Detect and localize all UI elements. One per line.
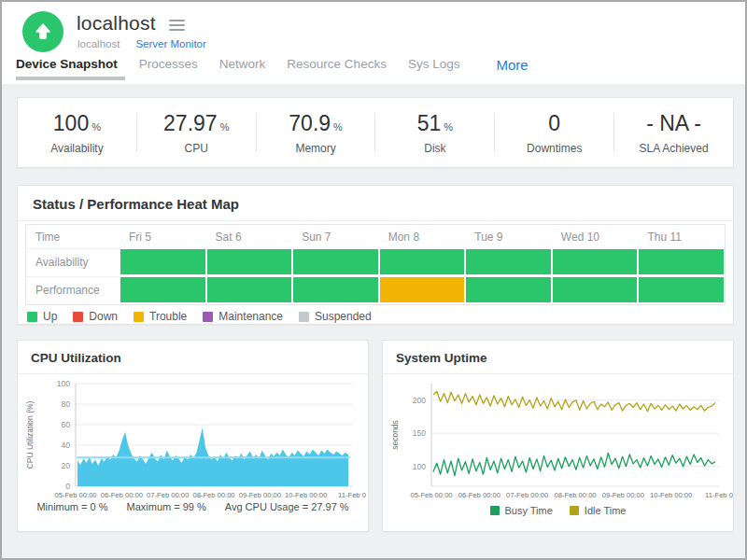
legend-swatch-icon <box>299 312 309 322</box>
svg-text:09-Feb 00:00: 09-Feb 00:00 <box>239 491 281 499</box>
heatmap-cell-up <box>120 248 206 275</box>
server-monitor-page: localhost localhostServer Monitor Device… <box>0 0 747 560</box>
stat-downtimes: 0Downtimes <box>495 111 613 155</box>
legend-item-maintenance: Maintenance <box>203 310 283 323</box>
uptime-chart-legend: Busy TimeIdle Time <box>383 505 733 516</box>
heatmap-cell-up <box>292 276 379 303</box>
heatmap-cell-up <box>552 248 639 275</box>
heatmap-row-label: Availability <box>26 248 120 276</box>
svg-text:06-Feb 00:00: 06-Feb 00:00 <box>101 491 143 499</box>
cpu-avg-stat: Avg CPU Usage = 27.97 % <box>225 501 349 512</box>
uptime-chart-title: System Uptime <box>383 341 733 374</box>
cpu-max-stat: Maximum = 99 % <box>127 501 206 512</box>
legend-item-up: Up <box>27 310 57 323</box>
tab-more[interactable]: More <box>496 57 528 73</box>
stat-disk: 51%Disk <box>375 111 494 155</box>
heatmap-cell-up <box>206 276 293 303</box>
heatmap-cell-up <box>206 248 293 275</box>
stat-value: 70.9% <box>257 111 375 136</box>
legend-swatch-icon <box>134 312 144 322</box>
cpu-chart-title: CPU Utilization <box>18 341 368 374</box>
heatmap-column-header: Sat 6 <box>206 225 293 248</box>
svg-text:08-Feb 00:00: 08-Feb 00:00 <box>192 491 234 499</box>
stat-label: Availability <box>18 142 136 155</box>
svg-text:40: 40 <box>62 441 71 450</box>
tab-bar: Device SnapshotProcessesNetworkResource … <box>16 55 529 78</box>
stats-summary-card: 100%Availability27.97%CPU70.9%Memory51%D… <box>17 97 734 168</box>
system-uptime-card: System Uptime 10015020005-Feb 00:0006-Fe… <box>382 340 734 532</box>
svg-text:06-Feb 00:00: 06-Feb 00:00 <box>458 491 500 499</box>
menu-icon[interactable] <box>169 20 185 32</box>
heatmap-row-label: Performance <box>26 276 120 304</box>
svg-text:80: 80 <box>62 399 71 409</box>
tab-processes[interactable]: Processes <box>139 57 198 78</box>
svg-text:08-Feb 00:00: 08-Feb 00:00 <box>554 491 596 499</box>
heatmap-row-availability: Availability <box>26 248 725 276</box>
heatmap-cell-up <box>465 248 552 275</box>
system-uptime-chart: 10015020005-Feb 00:0006-Feb 00:0007-Feb … <box>388 376 732 499</box>
stat-value: 0 <box>495 111 613 136</box>
breadcrumb-server-monitor-link[interactable]: Server Monitor <box>135 38 205 49</box>
heatmap-column-header: Fri 5 <box>120 225 206 248</box>
svg-text:100: 100 <box>57 379 70 388</box>
header: localhost localhostServer Monitor Device… <box>2 2 745 84</box>
stat-availability: 100%Availability <box>18 111 136 155</box>
heatmap-cell-trouble <box>379 276 466 303</box>
heatmap-cell-up <box>552 276 639 303</box>
heatmap-cell-up <box>120 276 206 303</box>
stat-value: 51% <box>375 111 494 136</box>
stat-memory: 70.9%Memory <box>257 111 375 155</box>
tab-resource-checks[interactable]: Resource Checks <box>287 57 387 78</box>
stat-value: 100% <box>18 111 136 136</box>
stat-label: Disk <box>375 142 494 155</box>
legend-swatch-icon <box>27 312 37 322</box>
heatmap-column-header: Tue 9 <box>465 225 552 248</box>
svg-text:0: 0 <box>65 482 70 491</box>
legend-swatch-icon <box>203 312 213 322</box>
svg-text:07-Feb 00:00: 07-Feb 00:00 <box>506 491 548 499</box>
heatmap-column-header: Thu 11 <box>638 225 725 248</box>
tab-device-snapshot[interactable]: Device Snapshot <box>16 57 118 78</box>
device-status-avatar <box>22 11 63 52</box>
cpu-utilization-chart: 02040608010005-Feb 00:0006-Feb 00:0007-F… <box>23 376 364 499</box>
heatmap-cell-up <box>638 248 725 275</box>
heatmap-column-header: Sun 7 <box>292 225 379 248</box>
stat-value: - NA - <box>614 111 733 136</box>
stat-label: Memory <box>257 142 375 155</box>
svg-text:seconds: seconds <box>390 420 400 450</box>
breadcrumb: localhostServer Monitor <box>78 38 206 49</box>
svg-text:60: 60 <box>62 420 71 429</box>
stat-value: 27.97% <box>137 111 256 136</box>
svg-text:100: 100 <box>413 462 426 471</box>
legend-item-busy-time: Busy Time <box>490 505 553 516</box>
stat-cpu: 27.97%CPU <box>137 111 256 155</box>
stat-label: SLA Achieved <box>614 142 733 155</box>
stat-label: Downtimes <box>495 142 613 155</box>
breadcrumb-device: localhost <box>78 38 120 49</box>
svg-text:05-Feb 00:00: 05-Feb 00:00 <box>410 491 452 499</box>
cpu-utilization-card: CPU Utilization 02040608010005-Feb 00:00… <box>17 340 369 532</box>
tab-network[interactable]: Network <box>219 57 266 78</box>
legend-item-suspended: Suspended <box>299 310 372 323</box>
heatmap-title: Status / Performance Heat Map <box>18 186 733 221</box>
cpu-min-stat: Minimum = 0 % <box>36 501 107 512</box>
heatmap-card: Status / Performance Heat Map TimeFri 5S… <box>17 185 734 325</box>
stat-label: CPU <box>137 142 256 155</box>
heatmap-cell-up <box>465 276 552 303</box>
legend-item-trouble: Trouble <box>134 310 187 323</box>
svg-text:09-Feb 00:00: 09-Feb 00:00 <box>602 491 644 499</box>
svg-text:05-Feb 00:00: 05-Feb 00:00 <box>54 491 96 499</box>
heatmap-column-header: Wed 10 <box>552 225 639 248</box>
svg-text:CPU Utilization (%): CPU Utilization (%) <box>25 400 35 469</box>
heatmap-row-performance: Performance <box>26 276 725 304</box>
heatmap-cell-up <box>292 248 379 275</box>
heatmap-cell-up <box>638 276 725 303</box>
heatmap-column-header: Mon 8 <box>379 225 466 248</box>
heatmap-cell-up <box>379 248 466 275</box>
legend-item-down: Down <box>73 310 118 323</box>
tab-sys-logs[interactable]: Sys Logs <box>408 57 460 78</box>
legend-swatch-icon <box>490 506 500 515</box>
up-arrow-icon <box>34 22 52 41</box>
svg-text:10-Feb 00:00: 10-Feb 00:00 <box>285 491 327 499</box>
svg-text:11-Feb 0: 11-Feb 0 <box>705 491 733 499</box>
